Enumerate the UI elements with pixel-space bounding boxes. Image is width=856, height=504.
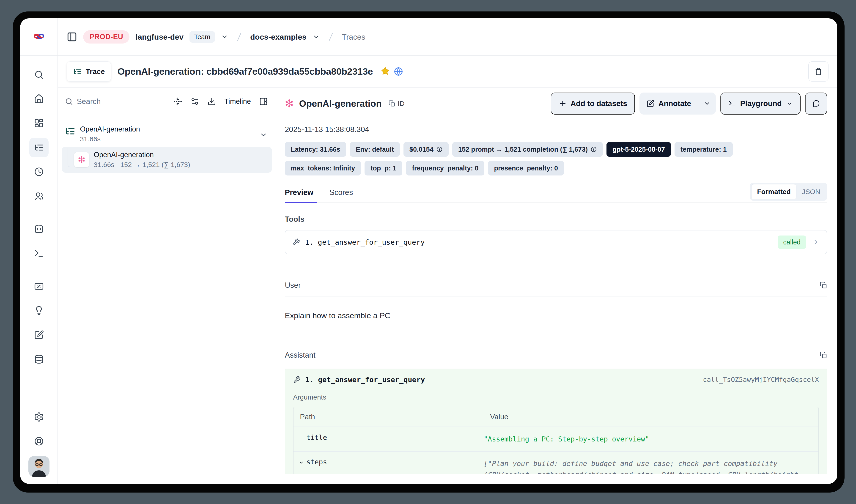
top-p-badge: top_p: 1 (364, 161, 402, 176)
percent-card-icon (34, 281, 44, 291)
info-icon (436, 146, 443, 152)
chevron-right-icon[interactable] (812, 238, 820, 246)
sidebar-item-playground[interactable] (29, 244, 49, 263)
annotate-button[interactable]: Annotate (640, 93, 698, 114)
breadcrumb-org[interactable]: langfuse-dev (136, 33, 183, 41)
sidebar-item-annotation-queues[interactable] (29, 325, 49, 345)
user-message: Explain how to assemble a PC (285, 311, 827, 320)
public-globe-icon[interactable] (394, 67, 403, 76)
sidebar-bottom (29, 407, 50, 484)
panel-left-toggle-icon[interactable] (67, 32, 77, 42)
cost-badge[interactable]: $0.0154 (404, 142, 449, 157)
user-avatar[interactable] (29, 456, 50, 477)
tool-definition-row[interactable]: 1. get_answer_for_user_query called (285, 230, 827, 254)
view-settings-icon[interactable] (191, 97, 199, 106)
sidebar-item-search[interactable] (29, 65, 49, 84)
view-mode-toggle: Formatted JSON (750, 183, 827, 201)
copy-icon[interactable] (820, 282, 827, 289)
chevron-down-icon[interactable] (260, 131, 267, 139)
toggle-json[interactable]: JSON (797, 184, 826, 199)
annotate-dropdown-button[interactable] (698, 93, 716, 114)
search-icon (65, 97, 73, 106)
chevron-down-icon[interactable] (299, 460, 304, 465)
sidebar-item-users[interactable] (29, 186, 49, 206)
sidebar-item-datasets[interactable] (29, 349, 49, 369)
tools-heading: Tools (285, 215, 827, 223)
panel-collapse-icon[interactable] (259, 97, 268, 106)
sidebar-item-support[interactable] (29, 432, 49, 451)
breadcrumb-section[interactable]: Traces (342, 33, 365, 41)
list-tree-icon (73, 67, 82, 76)
star-icon[interactable] (380, 66, 390, 77)
plus-icon (558, 100, 567, 108)
database-icon (34, 354, 44, 364)
tree-search-input[interactable]: Search (65, 97, 174, 106)
playground-button[interactable]: Playground (720, 93, 801, 114)
langfuse-logo-icon (33, 32, 46, 42)
openai-icon: ✻ (285, 98, 294, 109)
toggle-formatted[interactable]: Formatted (751, 184, 797, 199)
observation-detail-panel: ✻ OpenAI-generation ID Add to datasets (276, 88, 837, 484)
tree-node-trace[interactable]: OpenAI-generation 31.66s (58, 125, 275, 143)
model-badge[interactable]: gpt-5-2025-08-07 (606, 142, 671, 157)
lightbulb-icon (34, 306, 44, 316)
environment-badge[interactable]: PROD-EU (83, 30, 129, 43)
tree-toolbar: Search Timeline (65, 97, 268, 106)
trash-icon (814, 67, 823, 76)
frequency-penalty-badge: frequency_penalty: 0 (406, 161, 484, 176)
metrics-badges-row-1: Latency: 31.66s Env: default $0.0154 152… (285, 142, 827, 157)
timeline-toggle[interactable]: Timeline (224, 97, 251, 106)
arg-path-steps[interactable]: steps (293, 452, 484, 474)
sidebar-item-home[interactable] (29, 89, 49, 109)
assistant-tool-call-panel: 1. get_answer_for_user_query call_TsOZ5a… (285, 368, 827, 474)
chevron-down-icon (703, 100, 711, 107)
list-tree-icon (65, 126, 75, 137)
chevron-down-icon (786, 100, 793, 107)
breadcrumb-project[interactable]: docs-examples (250, 33, 307, 41)
comment-button[interactable] (805, 93, 827, 114)
arguments-table: Path Value title "Assembling a PC: Step-… (293, 407, 819, 474)
breadcrumb-bar: PROD-EU langfuse-dev Team docs-examples … (58, 18, 837, 56)
add-to-datasets-button[interactable]: Add to datasets (551, 93, 635, 114)
download-icon[interactable] (207, 97, 216, 106)
clock-icon (34, 167, 44, 177)
list-tree-icon (34, 143, 44, 152)
search-icon (34, 70, 44, 80)
sidebar-item-prompts[interactable] (29, 219, 49, 239)
users-icon (34, 191, 44, 201)
tree-node-label: OpenAI-generation (80, 125, 140, 133)
tree-node-duration: 31.66s (80, 135, 140, 143)
user-section-header: User (285, 281, 827, 290)
sidebar-item-settings[interactable] (29, 407, 49, 427)
gear-icon (34, 412, 44, 422)
observation-title: OpenAI-generation (299, 98, 382, 109)
tab-preview[interactable]: Preview (285, 188, 317, 203)
openai-icon: ✻ (78, 155, 86, 164)
column-value: Value (484, 407, 818, 427)
tool-called-badge: called (778, 235, 806, 249)
copy-icon (389, 100, 395, 107)
sidebar-item-tracing[interactable] (29, 138, 49, 157)
copy-icon[interactable] (820, 352, 827, 359)
sidebar-nav (29, 56, 49, 374)
observation-header: ✻ OpenAI-generation ID Add to datasets (285, 93, 827, 114)
delete-trace-button[interactable] (808, 61, 828, 82)
sidebar-item-insights[interactable] (29, 301, 49, 320)
sidebar-item-sessions[interactable] (29, 162, 49, 181)
copy-id-control[interactable]: ID (389, 100, 405, 107)
life-buoy-icon (34, 436, 44, 446)
sidebar-item-evaluations[interactable] (29, 277, 49, 296)
max-tokens-badge: max_tokens: Infinity (285, 161, 361, 176)
chevron-down-icon[interactable] (313, 33, 320, 40)
tab-scores[interactable]: Scores (329, 188, 353, 203)
tree-node-generation-selected[interactable]: ✻ OpenAI-generation 31.66s152 → 1,521 (∑… (61, 147, 272, 173)
file-code-icon (34, 224, 44, 234)
fold-vertical-icon[interactable] (174, 97, 182, 106)
sidebar-item-dashboards[interactable] (29, 114, 49, 133)
sidebar (20, 18, 58, 484)
trace-chip-label: Trace (86, 67, 105, 76)
tokens-badge[interactable]: 152 prompt → 1,521 completion (∑ 1,673) (452, 142, 603, 157)
tree-node-label: OpenAI-generation (94, 151, 190, 159)
chevron-down-icon[interactable] (221, 33, 228, 40)
message-bubble-icon (812, 100, 820, 108)
